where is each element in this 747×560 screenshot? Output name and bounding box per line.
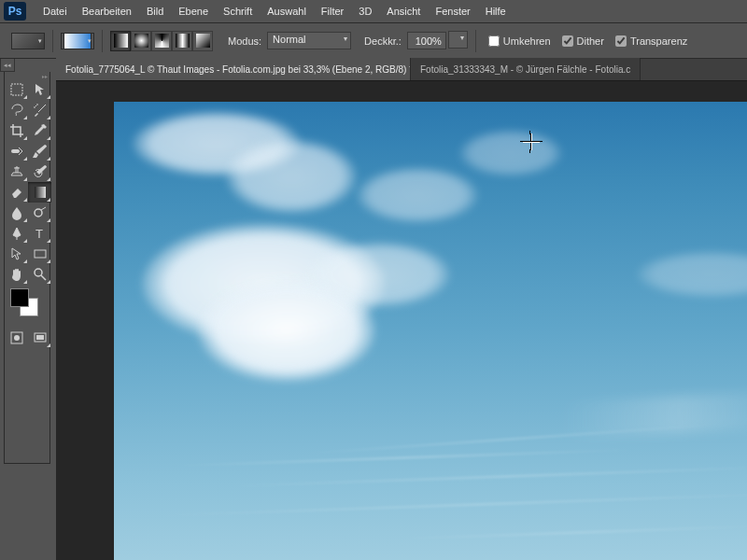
menu-bar: Ps Datei Bearbeiten Bild Ebene Schrift A… <box>0 0 747 23</box>
svg-rect-2 <box>35 187 46 198</box>
separator <box>475 30 476 52</box>
diamond-gradient-icon <box>196 34 210 48</box>
tool-lasso[interactable] <box>5 100 28 120</box>
svg-text:T: T <box>35 227 43 241</box>
gradient-diamond-button[interactable] <box>192 31 213 51</box>
menu-schrift[interactable]: Schrift <box>216 2 260 21</box>
tool-spot-heal[interactable] <box>5 141 28 161</box>
tool-zoom[interactable] <box>28 264 51 285</box>
separator <box>52 30 53 52</box>
gradient-reflected-button[interactable] <box>172 31 192 51</box>
document-tab-inactive[interactable]: Fotolia_31333343_M - © Jürgen Fälchle - … <box>411 58 641 80</box>
mode-label: Modus: <box>228 35 261 47</box>
gradient-radial-button[interactable] <box>131 31 151 51</box>
tool-marquee[interactable] <box>5 79 28 100</box>
options-bar: ▾ ▾ Modus: Normal Deckkr.: Umkehren Dith… <box>0 23 747 59</box>
tool-rectangle-shape[interactable] <box>28 244 51 264</box>
tool-move[interactable] <box>28 79 51 100</box>
svg-rect-10 <box>36 335 44 340</box>
menu-ansicht[interactable]: Ansicht <box>379 2 428 21</box>
gradient-angle-button[interactable] <box>151 31 172 51</box>
reflected-gradient-icon <box>176 34 190 48</box>
radial-gradient-icon <box>134 34 148 48</box>
tool-screenmode[interactable] <box>28 328 51 348</box>
tool-magic-wand[interactable] <box>28 100 51 120</box>
gradient-picker[interactable]: ▾ <box>61 33 94 49</box>
menu-bild[interactable]: Bild <box>139 2 171 21</box>
tab-label: Fotolia_31333343_M - © Jürgen Fälchle - … <box>420 64 630 75</box>
workspace: ◂◂ ▸▸ T <box>0 59 747 560</box>
tool-blur[interactable] <box>5 203 28 223</box>
svg-point-8 <box>14 335 20 341</box>
tool-pen[interactable] <box>5 223 28 244</box>
tab-label: Fotolia_7775064_L © Thaut Images - Fotol… <box>65 64 411 75</box>
tool-preset-picker[interactable]: ▾ <box>11 33 45 49</box>
color-swatches[interactable] <box>10 288 44 324</box>
menu-fenster[interactable]: Fenster <box>428 2 477 21</box>
canvas-viewport[interactable] <box>56 81 747 560</box>
tool-grid: T <box>5 79 49 285</box>
document-area: Fotolia_7775064_L © Thaut Images - Fotol… <box>56 59 747 560</box>
linear-gradient-icon <box>114 34 128 48</box>
tool-quickmask[interactable] <box>5 328 28 348</box>
foreground-color[interactable] <box>10 288 29 307</box>
angle-gradient-icon <box>155 34 169 48</box>
dither-checkbox[interactable]: Dither <box>562 35 604 47</box>
tool-crop[interactable] <box>5 120 28 141</box>
svg-point-6 <box>35 269 42 276</box>
tool-gradient[interactable] <box>28 182 51 203</box>
tools-panel: ▸▸ T <box>4 72 50 464</box>
tool-path-select[interactable] <box>5 244 28 264</box>
menu-3d[interactable]: 3D <box>351 2 379 21</box>
mode-select[interactable]: Normal <box>267 32 351 49</box>
menu-ebene[interactable]: Ebene <box>171 2 216 21</box>
tool-brush[interactable] <box>28 141 51 161</box>
reverse-checkbox-input[interactable] <box>488 35 500 47</box>
opacity-label: Deckkr.: <box>364 35 402 47</box>
svg-point-3 <box>35 209 42 217</box>
tool-eyedropper[interactable] <box>28 120 51 141</box>
tool-dodge[interactable] <box>28 203 51 223</box>
gradient-linear-button[interactable] <box>110 31 131 51</box>
gradient-type-group <box>110 31 213 51</box>
opacity-input[interactable] <box>407 32 446 49</box>
tool-hand[interactable] <box>5 264 28 285</box>
svg-rect-1 <box>11 149 20 153</box>
document-tabs: Fotolia_7775064_L © Thaut Images - Fotol… <box>56 59 747 81</box>
tools-panel-header[interactable]: ▸▸ <box>5 72 49 79</box>
menu-auswahl[interactable]: Auswahl <box>260 2 314 21</box>
transparency-checkbox[interactable]: Transparenz <box>615 35 687 47</box>
transparency-checkbox-input[interactable] <box>615 35 627 47</box>
app-icon: Ps <box>4 2 26 21</box>
tool-clone-stamp[interactable] <box>5 161 28 182</box>
menu-hilfe[interactable]: Hilfe <box>478 2 514 21</box>
menu-bearbeiten[interactable]: Bearbeiten <box>75 2 139 21</box>
tool-type[interactable]: T <box>28 223 51 244</box>
canvas-image <box>114 102 747 560</box>
dither-checkbox-input[interactable] <box>562 35 573 47</box>
menu-filter[interactable]: Filter <box>314 2 351 21</box>
opacity-flyout[interactable] <box>448 31 468 50</box>
tool-eraser[interactable] <box>5 182 28 203</box>
reverse-checkbox[interactable]: Umkehren <box>488 35 551 47</box>
menu-datei[interactable]: Datei <box>35 2 75 21</box>
svg-rect-0 <box>11 84 22 95</box>
document-tab-active[interactable]: Fotolia_7775064_L © Thaut Images - Fotol… <box>56 58 411 80</box>
collapsed-panel-toggle[interactable]: ◂◂ <box>0 59 15 72</box>
separator <box>102 30 103 52</box>
svg-rect-5 <box>35 250 46 258</box>
tool-history-brush[interactable] <box>28 161 51 182</box>
